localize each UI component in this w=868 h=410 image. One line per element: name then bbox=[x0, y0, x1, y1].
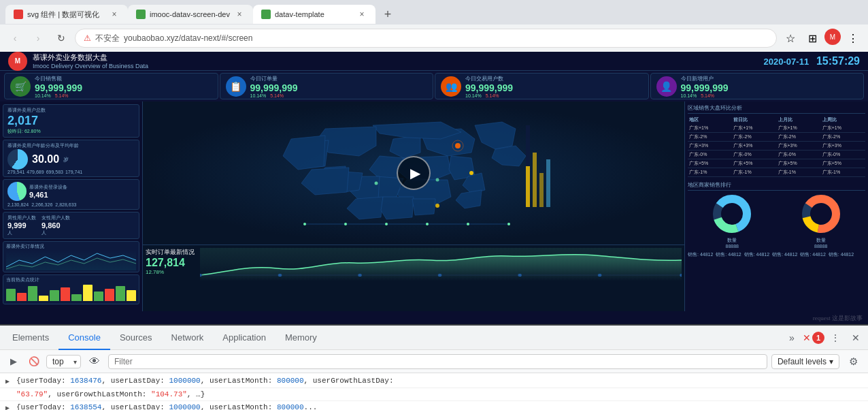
profile-button[interactable]: M bbox=[824, 29, 841, 45]
table-cell: 广东+5% bbox=[688, 159, 732, 168]
console-token-num: 800000 bbox=[277, 403, 304, 410]
tab-network-label: Network bbox=[171, 332, 204, 343]
tab-2-title: imooc-datav-screen-dev bbox=[150, 10, 230, 18]
city-dot-wuhan bbox=[436, 178, 439, 182]
settings-button[interactable]: ⚙ bbox=[844, 352, 863, 371]
metric-gender: 男性用户人数 9,999 人 女性用户人数 9,860 人 bbox=[3, 212, 139, 239]
metric-device-value: 9,461 bbox=[29, 191, 67, 199]
dashboard-logo: M 慕课外卖业务数据大盘 Imooc Delivery Overview of … bbox=[8, 52, 148, 71]
devtools-tab-elements[interactable]: Elements bbox=[3, 326, 59, 350]
console-token-num: 1638476 bbox=[70, 377, 101, 385]
devtools-more-menu[interactable]: ⋮ bbox=[826, 328, 845, 347]
bookmark-button[interactable]: ☆ bbox=[781, 29, 800, 48]
tab-2-close[interactable]: × bbox=[234, 9, 245, 20]
devtools-tab-memory[interactable]: Memory bbox=[276, 326, 327, 350]
console-token-num: 1000000 bbox=[169, 403, 200, 410]
console-token-num: 800000 bbox=[277, 377, 304, 385]
console-text: "63.79", userGrowthLastMonth: "104.73", … bbox=[16, 390, 863, 398]
stat-change2-3: 5.14% bbox=[701, 93, 714, 98]
tab-application-label: Application bbox=[222, 332, 266, 343]
console-token-key: userLastMonth bbox=[210, 377, 268, 385]
gender-male-val: 9,999 bbox=[7, 221, 36, 230]
orders-chart-line2 bbox=[6, 258, 136, 269]
console-token-num: 1000000 bbox=[169, 377, 200, 385]
stat-label-0: 今日销售额 bbox=[35, 75, 82, 82]
devtools-tab-sources[interactable]: Sources bbox=[110, 326, 162, 350]
filter-input[interactable] bbox=[108, 354, 767, 369]
reload-button[interactable]: ↻ bbox=[52, 29, 71, 48]
console-text: {userToday: 1638476, userLastDay: 100000… bbox=[16, 377, 863, 385]
eye-button[interactable]: 👁 bbox=[85, 352, 104, 371]
context-select[interactable]: top bbox=[46, 355, 81, 368]
table-cell: 广东-2% bbox=[777, 133, 821, 142]
metric-growth: 较昨日: 62.80% bbox=[7, 128, 135, 135]
svg-point-6 bbox=[303, 223, 306, 225]
more-tabs-button[interactable]: » bbox=[782, 328, 801, 347]
city-stats-value: 127,814 bbox=[146, 257, 195, 269]
address-bar[interactable]: ⚠ 不安全 youbaobao.xyz/datav-next/#/screen bbox=[75, 29, 777, 48]
tab-3[interactable]: datav-template × bbox=[253, 5, 375, 24]
console-token-punct: , bbox=[101, 377, 110, 385]
stats-row: 🛒 今日销售额 99,999,999 10.14%5.14% 📋 今日订单量 9… bbox=[0, 71, 868, 101]
console-line: "63.79", userGrowthLastMonth: "104.73", … bbox=[0, 388, 868, 401]
metric-device-label: 慕课外卖登录设备 bbox=[29, 184, 67, 191]
gender-female-label: 女性用户人数 bbox=[41, 215, 70, 221]
tab-3-close[interactable]: × bbox=[356, 9, 367, 20]
play-button[interactable]: ▶ bbox=[397, 156, 431, 190]
svg-point-9 bbox=[426, 223, 429, 225]
security-icon: ⚠ bbox=[84, 33, 91, 43]
tab-1[interactable]: svg 组件 | 数据可视化 × bbox=[5, 5, 128, 24]
extensions-button[interactable]: ⊞ bbox=[803, 29, 822, 48]
play-icon: ▶ bbox=[410, 165, 420, 181]
stat-value-0: 99,999,999 bbox=[35, 82, 82, 93]
tab-sources-label: Sources bbox=[120, 332, 152, 343]
table-cell: 广东-0% bbox=[777, 151, 821, 159]
forward-button[interactable]: › bbox=[29, 29, 48, 48]
chrome-menu-button[interactable]: ⋮ bbox=[844, 29, 863, 48]
map-visual: ▶ bbox=[143, 101, 684, 245]
bar-7 bbox=[83, 285, 93, 301]
tab-2[interactable]: imooc-datav-screen-dev × bbox=[128, 5, 253, 24]
donut-chart-1: 数量 88888 bbox=[712, 193, 752, 249]
city-dot-chengdu bbox=[375, 182, 378, 185]
stat-label-2: 今日交易用户数 bbox=[465, 75, 513, 82]
block-requests-button[interactable]: 🚫 bbox=[26, 353, 42, 370]
default-levels-button[interactable]: Default levels ▾ bbox=[771, 354, 839, 369]
console-output[interactable]: ▶{userToday: 1638476, userLastDay: 10000… bbox=[0, 373, 868, 410]
devtools-tab-application[interactable]: Application bbox=[213, 326, 276, 350]
back-button[interactable]: ‹ bbox=[5, 29, 24, 48]
stat-label-1: 今日订单量 bbox=[250, 75, 298, 82]
page-watermark: request 这是影故事 bbox=[813, 314, 863, 323]
stat-card-3: 👤 今日新增用户 99,999,999 10.14%5.14% bbox=[650, 73, 865, 99]
stat-change1-2: 10.14% bbox=[465, 93, 482, 98]
gender-female-val: 9,860 bbox=[41, 221, 70, 230]
metric-age-label: 慕课外卖用户年龄分布及平均年龄 bbox=[7, 142, 135, 149]
chart-bottom-area: 实时订单最新情况 127,814 12.78% bbox=[143, 245, 684, 306]
execute-script-button[interactable]: ▶ bbox=[5, 353, 22, 370]
bar-3 bbox=[39, 296, 48, 301]
console-token-key: userLastDay bbox=[111, 403, 161, 410]
bar-4 bbox=[50, 290, 59, 301]
orders-label: 慕课外卖订单情况 bbox=[6, 243, 136, 250]
tab-elements-label: Elements bbox=[12, 332, 49, 343]
new-tab-button[interactable]: + bbox=[378, 5, 397, 24]
right-bar-chart bbox=[526, 125, 550, 207]
console-token-punct: : bbox=[61, 403, 70, 410]
age-num-2: 699,583 bbox=[46, 170, 63, 174]
age-num-0: 279,541 bbox=[7, 170, 24, 174]
hot-label: 当前热卖点统计 bbox=[6, 277, 136, 283]
devtools-tab-console[interactable]: Console bbox=[59, 326, 110, 350]
close-errors-icon[interactable]: ✕ bbox=[803, 332, 811, 343]
devtools-close-button[interactable]: ✕ bbox=[846, 328, 865, 347]
console-token-punct: ... bbox=[304, 403, 318, 410]
tab-1-close[interactable]: × bbox=[109, 9, 120, 20]
devtools-tab-network[interactable]: Network bbox=[162, 326, 214, 350]
table-cell: 广东+3% bbox=[821, 142, 865, 151]
more-tabs-icon: » bbox=[789, 332, 795, 343]
svg-point-10 bbox=[467, 223, 469, 225]
bar-1 bbox=[17, 293, 27, 301]
device-sub-1: 2,266,326 bbox=[31, 202, 52, 207]
bar-5 bbox=[61, 287, 70, 301]
col-header-2: 上月比 bbox=[777, 116, 821, 124]
city-dot-guangzhou bbox=[435, 204, 439, 208]
